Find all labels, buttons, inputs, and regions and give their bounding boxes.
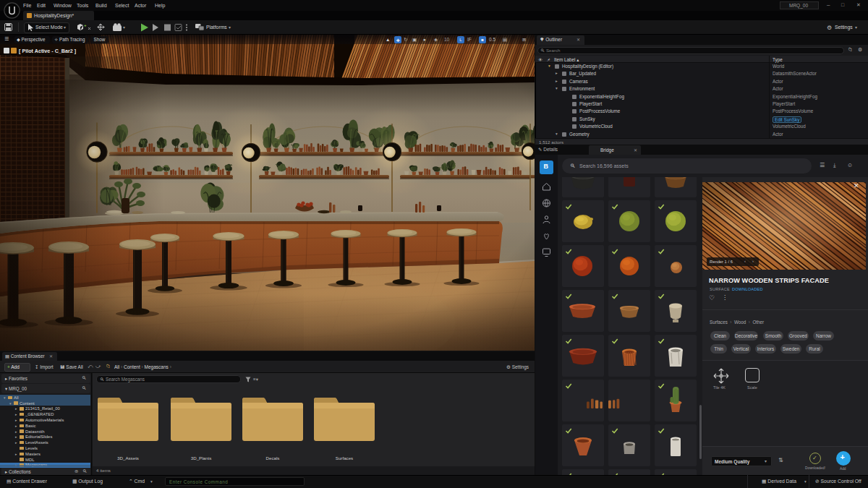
svg-text:▾: ▾: [123, 25, 125, 30]
svg-text:+: +: [84, 23, 87, 27]
